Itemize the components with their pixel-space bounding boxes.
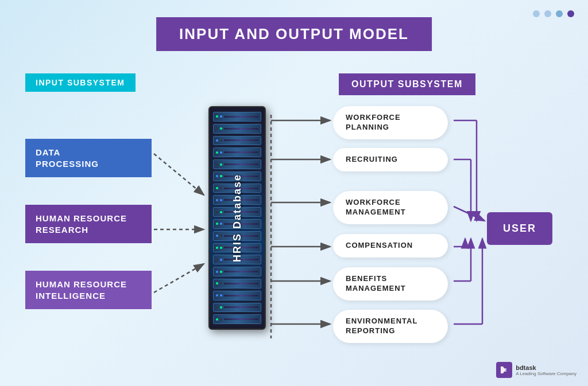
- output-workforce-management: WORKFORCEMANAGEMENT: [333, 191, 448, 224]
- hris-label: HRIS Database: [231, 174, 243, 262]
- dot-1: [533, 10, 540, 17]
- output-environmental-reporting: ENVIRONMENTALREPORTING: [333, 310, 448, 343]
- output-recruiting: RECRUITING: [333, 148, 448, 171]
- dot-2: [544, 10, 551, 17]
- dot-4: [567, 10, 574, 17]
- input-hr-intelligence: HUMAN RESOURCEINTELLIGENCE: [25, 271, 152, 309]
- output-workforce-planning: WORKFORCEPLANNING: [333, 106, 448, 139]
- hris-server: HRIS Database: [206, 95, 269, 341]
- output-subsystem-label: OUTPUT SUBSYSTEM: [339, 73, 475, 95]
- dot-3: [556, 10, 563, 17]
- input-data-processing: DATAPROCESSING: [25, 139, 152, 177]
- svg-line-3: [154, 154, 204, 195]
- server-body: HRIS Database: [208, 106, 266, 330]
- input-subsystem-label: INPUT SUBSYSTEM: [25, 73, 136, 92]
- user-box: USER: [487, 212, 552, 245]
- branding-logo: bdtask A Leading Software Company: [496, 362, 577, 378]
- svg-line-17: [454, 206, 485, 221]
- input-hr-research: HUMAN RESOURCERESEARCH: [25, 205, 152, 243]
- output-benefits-management: BENEFITSMANAGEMENT: [333, 267, 448, 301]
- decorative-dots: [533, 10, 574, 17]
- bdtask-text: bdtask A Leading Software Company: [516, 364, 577, 376]
- page-title: INPUT AND OUTPUT MODEL: [156, 17, 432, 51]
- output-compensation: COMPENSATION: [333, 234, 448, 258]
- arrows-diagram: [0, 0, 588, 386]
- svg-line-5: [154, 264, 204, 293]
- bdtask-icon: [496, 362, 512, 378]
